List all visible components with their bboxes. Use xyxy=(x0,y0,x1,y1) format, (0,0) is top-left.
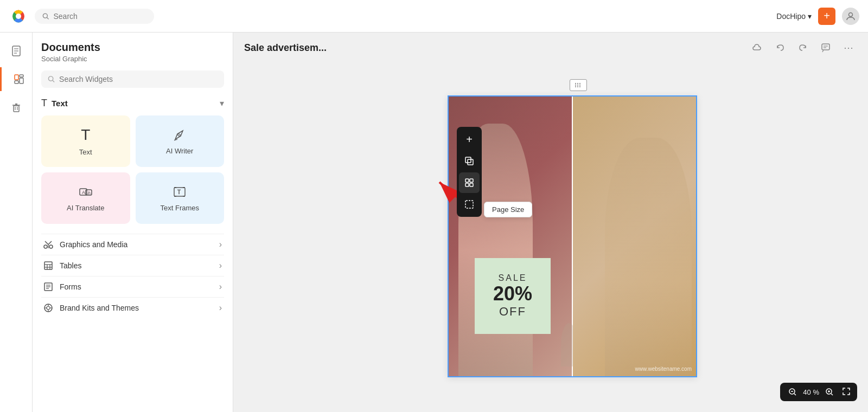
document-title: Sale advertisem... xyxy=(244,42,327,54)
undo-button[interactable] xyxy=(771,39,789,56)
search-widgets-input[interactable] xyxy=(59,75,218,83)
redo-button[interactable] xyxy=(794,39,812,56)
redo-icon xyxy=(798,43,808,53)
text-frames-icon: T xyxy=(172,184,187,199)
svg-rect-11 xyxy=(20,78,23,83)
model-right-silhouette xyxy=(605,138,692,377)
search-icon xyxy=(42,12,49,20)
fashion-right-panel xyxy=(573,95,697,377)
float-add-button[interactable]: + xyxy=(459,129,480,150)
svg-rect-59 xyxy=(470,179,473,182)
svg-line-19 xyxy=(53,80,54,82)
canvas-toolbar-right: ⋯ xyxy=(749,39,857,56)
sale-percent: 20% xyxy=(493,283,532,305)
svg-rect-35 xyxy=(44,262,52,269)
svg-text:あ: あ xyxy=(87,191,91,195)
zoom-out-button[interactable] xyxy=(787,386,799,398)
svg-rect-57 xyxy=(465,157,471,163)
svg-point-4 xyxy=(849,12,853,16)
svg-rect-56 xyxy=(468,159,473,165)
canvas-viewport[interactable]: SALE 20% OFF www.websitename.com + xyxy=(233,63,868,412)
resize-handle-box[interactable] xyxy=(570,79,587,91)
widget-grid: T Text AI Writer A あ AI Translate xyxy=(41,115,224,224)
sidebar-subtitle: Social Graphic xyxy=(41,55,224,63)
add-button[interactable]: + xyxy=(818,8,835,25)
sidebar-item-graphics-media[interactable]: Graphics and Media › xyxy=(41,234,224,255)
header-search-box[interactable] xyxy=(35,9,154,24)
zoom-out-icon xyxy=(788,388,797,396)
float-copy-button[interactable] xyxy=(459,151,480,171)
sale-box: SALE 20% OFF xyxy=(475,258,551,334)
graphics-media-arrow: › xyxy=(219,240,222,249)
svg-text:T: T xyxy=(177,189,181,195)
zoom-bar: 40 % xyxy=(780,383,857,401)
ai-translate-label: AI Translate xyxy=(67,204,104,212)
zoom-in-button[interactable] xyxy=(824,386,835,398)
widget-text-frames[interactable]: T Text Frames xyxy=(136,172,225,224)
sale-off: OFF xyxy=(499,305,526,319)
text-section-label: Text xyxy=(52,99,68,108)
widgets-search-icon xyxy=(48,75,55,83)
zoom-level: 40 % xyxy=(803,388,819,396)
sidebar-item-brand-kits[interactable]: Brand Kits and Themes › xyxy=(41,297,224,318)
dochipo-label: DocHipo xyxy=(776,12,806,21)
expand-icon xyxy=(842,387,851,396)
ai-writer-icon xyxy=(172,127,187,143)
page-size-icon xyxy=(464,199,474,209)
logo[interactable] xyxy=(9,7,28,26)
sidebar-item-document[interactable] xyxy=(4,39,28,63)
svg-rect-58 xyxy=(465,179,469,182)
float-grid-button[interactable] xyxy=(459,172,480,193)
page-size-tooltip: Page Size xyxy=(484,202,532,217)
float-toolbar: + xyxy=(457,127,482,217)
design-canvas[interactable]: SALE 20% OFF www.websitename.com xyxy=(448,95,697,377)
widget-ai-writer[interactable]: AI Writer xyxy=(136,115,225,167)
document-icon xyxy=(10,45,22,57)
svg-line-3 xyxy=(47,17,48,19)
sidebar-item-tables[interactable]: Tables › xyxy=(41,255,224,276)
dochipo-dropdown[interactable]: DocHipo ▾ xyxy=(776,12,812,21)
icon-bar xyxy=(0,33,33,412)
search-widgets-box[interactable] xyxy=(41,70,224,88)
svg-point-32 xyxy=(44,245,47,248)
cloud-icon xyxy=(752,42,763,53)
text-icon: T xyxy=(41,98,47,109)
sidebar-item-trash[interactable] xyxy=(4,95,28,119)
header: DocHipo ▾ + xyxy=(0,0,868,33)
text-section-header[interactable]: T Text ▾ xyxy=(41,98,224,109)
sidebar-item-forms[interactable]: Forms › xyxy=(41,276,224,297)
user-avatar[interactable] xyxy=(842,8,859,25)
comment-icon xyxy=(821,43,831,53)
cloud-save-button[interactable] xyxy=(749,39,766,56)
copy-icon xyxy=(464,156,474,166)
comment-button[interactable] xyxy=(817,39,834,56)
svg-rect-10 xyxy=(20,75,23,77)
svg-rect-62 xyxy=(465,201,473,208)
widget-text[interactable]: T Text xyxy=(41,115,130,167)
svg-line-70 xyxy=(831,394,833,395)
header-right: DocHipo ▾ + xyxy=(776,8,859,25)
dochipo-chevron: ▾ xyxy=(808,12,812,21)
svg-point-20 xyxy=(178,134,180,136)
widget-ai-translate[interactable]: A あ AI Translate xyxy=(41,172,130,224)
brand-kits-icon xyxy=(43,303,53,313)
svg-point-1 xyxy=(16,14,21,19)
canvas-area: Sale advertisem... xyxy=(233,33,868,412)
ai-translate-icon: A あ xyxy=(78,184,93,199)
text-section-left: T Text xyxy=(41,98,68,109)
float-page-size-button[interactable] xyxy=(459,194,480,215)
scissors-icon xyxy=(43,240,53,249)
header-search-input[interactable] xyxy=(54,12,147,21)
grid-icon xyxy=(464,178,474,188)
sidebar-item-template[interactable] xyxy=(0,67,32,91)
user-icon xyxy=(846,11,856,21)
more-options-button[interactable]: ⋯ xyxy=(840,39,857,56)
undo-icon xyxy=(775,43,785,53)
canvas-toolbar: Sale advertisem... xyxy=(233,33,868,63)
svg-rect-9 xyxy=(15,75,18,80)
sale-label: SALE xyxy=(499,273,527,283)
tables-arrow: › xyxy=(219,261,222,271)
zoom-expand-button[interactable] xyxy=(842,387,851,397)
svg-point-2 xyxy=(43,14,47,18)
sidebar-title: Documents xyxy=(41,41,224,54)
